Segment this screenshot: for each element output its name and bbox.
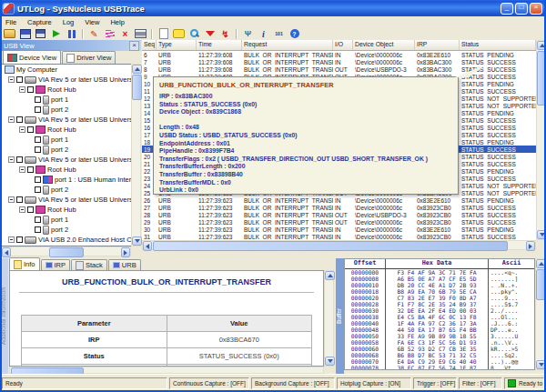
checkbox[interactable] bbox=[16, 76, 23, 83]
checkbox[interactable] bbox=[16, 236, 23, 243]
tree-item[interactable]: port 2 bbox=[2, 145, 131, 155]
tree-item[interactable]: Root Hub bbox=[2, 85, 131, 95]
column-header-status[interactable]: Status bbox=[460, 40, 536, 50]
tree-item[interactable]: VIA Rev 5 or later USB Universal Host C bbox=[2, 115, 131, 125]
toolbar-button[interactable]: ↯ bbox=[217, 28, 233, 40]
tree-item[interactable]: VIA Rev 5 or later USB Universal Host C bbox=[2, 75, 131, 85]
menu-item[interactable]: Capture bbox=[22, 18, 57, 26]
tree-item[interactable]: port 1 bbox=[2, 135, 131, 145]
info-vertical-scrollbar[interactable] bbox=[324, 270, 334, 367]
checkbox[interactable] bbox=[35, 216, 41, 223]
info-horizontal-scrollbar[interactable] bbox=[9, 367, 324, 374]
scroll-up-icon[interactable] bbox=[325, 271, 335, 280]
scroll-down-icon[interactable] bbox=[536, 360, 546, 369]
toolbar-button[interactable]: i bbox=[256, 28, 271, 40]
tree-item[interactable]: Root Hub bbox=[2, 205, 131, 215]
scroll-up-icon[interactable] bbox=[537, 41, 546, 50]
checkbox[interactable] bbox=[35, 136, 41, 143]
expander-icon[interactable] bbox=[8, 236, 15, 243]
buffer-vertical-scrollbar[interactable] bbox=[535, 258, 545, 370]
scroll-up-icon[interactable] bbox=[536, 259, 546, 268]
checkbox[interactable] bbox=[35, 186, 41, 193]
scroll-down-icon[interactable] bbox=[325, 357, 335, 366]
log-row[interactable]: 27 URB 11:27:39:623 BULK_OR_INTERRUPT_TR… bbox=[142, 204, 536, 211]
minimize-button[interactable]: _ bbox=[500, 3, 513, 15]
expander-icon[interactable] bbox=[19, 206, 25, 213]
expander-icon[interactable] bbox=[19, 126, 25, 133]
checkbox[interactable] bbox=[35, 176, 41, 183]
toolbar-button[interactable]: ? bbox=[287, 28, 302, 40]
tree-item[interactable]: Root Hub bbox=[2, 165, 131, 175]
toolbar-button[interactable] bbox=[202, 28, 217, 40]
checkbox[interactable] bbox=[16, 156, 23, 163]
tree-item[interactable]: My Computer bbox=[2, 65, 131, 75]
scrollbar-thumb[interactable] bbox=[153, 241, 508, 251]
column-header-request[interactable]: Request bbox=[242, 40, 333, 50]
tree-item[interactable]: VIA USB 2.0 Enhanced Host Controller bbox=[2, 235, 131, 245]
menu-item[interactable]: File bbox=[0, 18, 22, 26]
checkbox[interactable] bbox=[35, 146, 41, 153]
tree-item[interactable]: VIA Rev 5 or later USB Universal Host C bbox=[2, 155, 131, 165]
checkbox[interactable] bbox=[16, 196, 23, 203]
toolbar-button[interactable] bbox=[187, 28, 202, 40]
toolbar-button[interactable]: Ψ bbox=[240, 28, 256, 40]
tree-item[interactable]: VIA Rev 5 or later USB Universal Host C bbox=[2, 195, 131, 205]
toolbar-button[interactable] bbox=[48, 28, 64, 40]
toolbar-button[interactable]: × bbox=[117, 28, 133, 40]
scroll-down-icon[interactable] bbox=[537, 230, 546, 239]
tree-item[interactable]: port 1 : USB Human Interface D bbox=[2, 175, 131, 185]
expander-icon[interactable] bbox=[8, 116, 15, 123]
scroll-right-icon[interactable] bbox=[526, 241, 535, 251]
tree-horizontal-scrollbar[interactable] bbox=[1, 246, 131, 256]
scrollbar-thumb[interactable] bbox=[132, 75, 142, 100]
checkbox[interactable] bbox=[35, 106, 41, 113]
scroll-left-icon[interactable] bbox=[143, 241, 152, 251]
expander-icon[interactable] bbox=[8, 196, 15, 203]
menu-item[interactable]: Log bbox=[57, 18, 80, 26]
checkbox[interactable] bbox=[27, 206, 34, 213]
tab-urb[interactable]: URB bbox=[108, 259, 141, 270]
close-button[interactable]: × bbox=[530, 3, 542, 15]
log-row[interactable]: 29 URB 11:27:39:623 BULK_OR_INTERRUPT_TR… bbox=[142, 218, 536, 226]
title-bar[interactable]: UTLog - SysNucleus USBTrace _ □ × bbox=[0, 0, 546, 16]
scrollbar-thumb[interactable] bbox=[537, 51, 546, 106]
log-horizontal-scrollbar[interactable] bbox=[142, 240, 536, 250]
maximize-button[interactable]: □ bbox=[515, 3, 528, 15]
menu-item[interactable]: Help bbox=[105, 18, 129, 26]
expander-icon[interactable] bbox=[19, 86, 25, 93]
column-header-device-object[interactable]: Device Object bbox=[353, 40, 415, 50]
log-vertical-scrollbar[interactable] bbox=[536, 40, 546, 240]
expander-icon[interactable] bbox=[8, 156, 15, 163]
log-row[interactable]: 26 URB 11:27:39:623 BULK_OR_INTERRUPT_TR… bbox=[142, 196, 536, 204]
checkbox[interactable] bbox=[27, 126, 34, 133]
toolbar-button[interactable] bbox=[64, 28, 79, 40]
toolbar-button[interactable]: 101 bbox=[271, 28, 287, 40]
log-row[interactable]: 28 URB 11:27:39:623 BULK_OR_INTERRUPT_TR… bbox=[142, 211, 536, 218]
column-header-time[interactable]: Time bbox=[197, 40, 242, 50]
log-row[interactable]: 7 URB 11:27:39:608 BULK_OR_INTERRUPT_TRA… bbox=[142, 58, 536, 65]
checkbox[interactable] bbox=[35, 226, 41, 233]
column-header-seq[interactable]: Seq bbox=[142, 40, 157, 50]
expander-icon[interactable] bbox=[8, 76, 15, 83]
scroll-right-icon[interactable] bbox=[121, 247, 130, 257]
toolbar-button[interactable] bbox=[133, 28, 148, 40]
expander-icon[interactable] bbox=[19, 166, 25, 173]
log-row[interactable]: 6 URB 11:27:39:608 BULK_OR_INTERRUPT_TRA… bbox=[142, 51, 536, 58]
column-header-type[interactable]: Type bbox=[157, 40, 197, 50]
toolbar-button[interactable] bbox=[33, 28, 48, 40]
toolbar-button[interactable]: ✎ bbox=[86, 28, 102, 40]
scroll-down-icon[interactable] bbox=[132, 236, 142, 246]
menu-item[interactable]: View bbox=[79, 18, 105, 26]
tab-info[interactable]: Info bbox=[9, 257, 40, 270]
tree-item[interactable]: port 1 bbox=[2, 215, 131, 225]
tab-stack[interactable]: Stack bbox=[71, 259, 107, 270]
scrollbar-thumb[interactable] bbox=[536, 269, 546, 300]
scroll-up-icon[interactable] bbox=[132, 65, 142, 74]
tree-item[interactable]: Root Hub bbox=[2, 125, 131, 135]
checkbox[interactable] bbox=[16, 116, 23, 123]
toolbar-button[interactable] bbox=[171, 28, 187, 40]
toolbar-button[interactable] bbox=[17, 28, 33, 40]
toolbar-button[interactable] bbox=[102, 28, 117, 40]
checkbox[interactable] bbox=[35, 96, 41, 103]
log-row[interactable]: 30 URB 11:27:39:623 BULK_OR_INTERRUPT_TR… bbox=[142, 226, 536, 233]
